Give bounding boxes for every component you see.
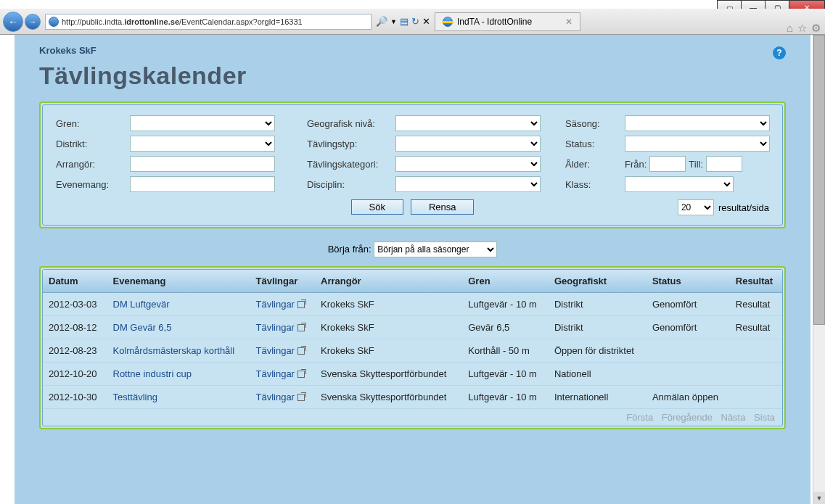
page-title: Tävlingskalender: [39, 62, 786, 90]
col-status[interactable]: Status: [647, 270, 730, 293]
input-alder-fran[interactable]: [649, 156, 686, 172]
dropdown-icon[interactable]: ▼: [390, 18, 397, 25]
select-sasong[interactable]: [625, 115, 770, 131]
cell-gren: Korthåll - 50 m: [462, 339, 549, 363]
cell-geogr: Internationell: [549, 386, 647, 409]
compat-icon[interactable]: ▤: [400, 16, 409, 27]
back-button[interactable]: ←: [3, 12, 23, 32]
home-icon[interactable]: ⌂: [787, 22, 793, 35]
vertical-scrollbar[interactable]: ▲ ▼: [813, 35, 825, 504]
cell-resultat: Resultat: [730, 316, 782, 339]
cell-datum: 2012-10-30: [43, 386, 107, 409]
select-startfrom[interactable]: Början på alla säsonger: [374, 241, 497, 257]
pager-next[interactable]: Nästa: [721, 412, 746, 423]
results-table: Datum Evenemang Tävlingar Arrangör Gren …: [43, 270, 782, 409]
search-icon[interactable]: 🔎: [376, 16, 387, 27]
scroll-thumb[interactable]: [813, 35, 825, 325]
label-distrikt: Distrikt:: [56, 139, 128, 149]
cell-resultat: Resultat: [730, 293, 782, 316]
results-panel: Datum Evenemang Tävlingar Arrangör Gren …: [39, 266, 786, 429]
select-tavlingstyp[interactable]: [395, 136, 541, 152]
event-link[interactable]: DM Luftgevär: [113, 299, 170, 310]
label-alder: Ålder:: [565, 159, 623, 170]
help-icon[interactable]: ?: [773, 46, 786, 59]
reset-button[interactable]: Rensa: [411, 199, 475, 215]
cell-status: Genomfört: [647, 293, 730, 316]
tavlingar-link[interactable]: Tävlingar: [255, 345, 304, 356]
scroll-down-icon[interactable]: ▼: [813, 492, 825, 504]
event-link[interactable]: Kolmårdsmästerskap korthåll: [113, 345, 235, 356]
input-evenemang[interactable]: [130, 176, 275, 192]
cell-gren: Luftgevär - 10 m: [462, 363, 549, 386]
tab-close-icon[interactable]: ✕: [565, 17, 572, 27]
stop-button[interactable]: ✕: [422, 16, 430, 27]
cell-gren: Luftgevär - 10 m: [462, 293, 549, 316]
cell-datum: 2012-08-23: [43, 339, 107, 363]
select-perpage[interactable]: 20: [678, 199, 714, 215]
col-resultat[interactable]: Resultat: [730, 270, 782, 293]
forward-button[interactable]: →: [25, 14, 41, 30]
select-geonivaa[interactable]: [395, 115, 541, 131]
cell-arrangor: Krokeks SkF: [315, 293, 462, 316]
resultat-link[interactable]: Resultat: [736, 299, 771, 310]
col-gren[interactable]: Gren: [462, 270, 549, 293]
cell-gren: Luftgevär - 10 m: [462, 386, 549, 409]
tavlingar-link[interactable]: Tävlingar: [255, 322, 304, 333]
label-status: Status:: [565, 139, 623, 149]
col-tavlingar[interactable]: Tävlingar: [250, 270, 315, 293]
external-link-icon: [297, 301, 305, 308]
cell-geogr: Öppen för distriktet: [549, 339, 647, 363]
pager-last[interactable]: Sista: [754, 412, 775, 423]
cell-arrangor: Svenska Skyttesportförbundet: [315, 363, 462, 386]
label-disciplin: Disciplin:: [307, 179, 394, 190]
table-row: 2012-08-12DM Gevär 6,5Tävlingar Krokeks …: [43, 316, 782, 339]
input-arrangor[interactable]: [130, 156, 275, 172]
select-tavlingskategori[interactable]: [395, 156, 541, 172]
browser-tab[interactable]: IndTA - IdrottOnline ✕: [435, 12, 580, 31]
label-klass: Klass:: [565, 179, 623, 190]
event-link[interactable]: Rottne industri cup: [113, 368, 192, 379]
col-arrangor[interactable]: Arrangör: [315, 270, 462, 293]
favorites-icon[interactable]: ☆: [797, 22, 807, 35]
label-tavlingskategori: Tävlingskategori:: [307, 159, 394, 170]
tavlingar-link[interactable]: Tävlingar: [255, 368, 304, 379]
select-gren[interactable]: [130, 115, 275, 131]
pager-prev[interactable]: Föregående: [662, 412, 713, 423]
tools-icon[interactable]: ⚙: [811, 22, 821, 35]
event-link[interactable]: Testtävling: [113, 392, 157, 402]
org-name: Krokeks SkF: [39, 45, 786, 56]
col-datum[interactable]: Datum: [43, 270, 107, 293]
select-klass[interactable]: [625, 176, 734, 192]
event-link[interactable]: DM Gevär 6,5: [113, 322, 172, 333]
url-prefix: http://public.indta.: [62, 17, 124, 26]
tavlingar-link[interactable]: Tävlingar: [255, 299, 304, 310]
pager-first[interactable]: Första: [626, 412, 653, 423]
tavlingar-link[interactable]: Tävlingar: [255, 392, 304, 402]
resultat-link[interactable]: Resultat: [736, 322, 771, 333]
label-sasong: Säsong:: [565, 118, 623, 129]
select-disciplin[interactable]: [395, 176, 541, 192]
select-distrikt[interactable]: [130, 136, 275, 152]
input-alder-till[interactable]: [706, 156, 742, 172]
cell-arrangor: Krokeks SkF: [315, 339, 462, 363]
filter-panel: Gren: Geografisk nivå: Säsong: Distrikt:…: [39, 102, 786, 228]
cell-geogr: Nationell: [549, 363, 647, 386]
cell-datum: 2012-03-03: [43, 293, 107, 316]
url-actions: 🔎 ▼ ▤ ↻ ✕: [376, 16, 430, 27]
label-evenemang: Evenemang:: [56, 179, 128, 190]
cell-datum: 2012-10-20: [43, 363, 107, 386]
table-row: 2012-03-03DM LuftgevärTävlingar Krokeks …: [43, 293, 782, 316]
address-bar[interactable]: http://public.indta.idrottonline.se/Even…: [45, 14, 372, 30]
cell-gren: Gevär 6,5: [462, 316, 549, 339]
search-button[interactable]: Sök: [351, 199, 403, 215]
col-evenemang[interactable]: Evenemang: [107, 270, 250, 293]
label-fran: Från:: [625, 159, 647, 170]
refresh-button[interactable]: ↻: [411, 16, 419, 27]
label-till: Till:: [689, 159, 703, 170]
page-background: ? Krokeks SkF Tävlingskalender Gren: Geo…: [15, 35, 810, 504]
col-geogr[interactable]: Geografiskt: [549, 270, 647, 293]
select-status[interactable]: [625, 136, 770, 152]
cell-arrangor: Svenska Skyttesportförbundet: [315, 386, 462, 409]
cell-resultat: [730, 339, 782, 363]
label-startfrom: Börja från:: [328, 244, 372, 255]
